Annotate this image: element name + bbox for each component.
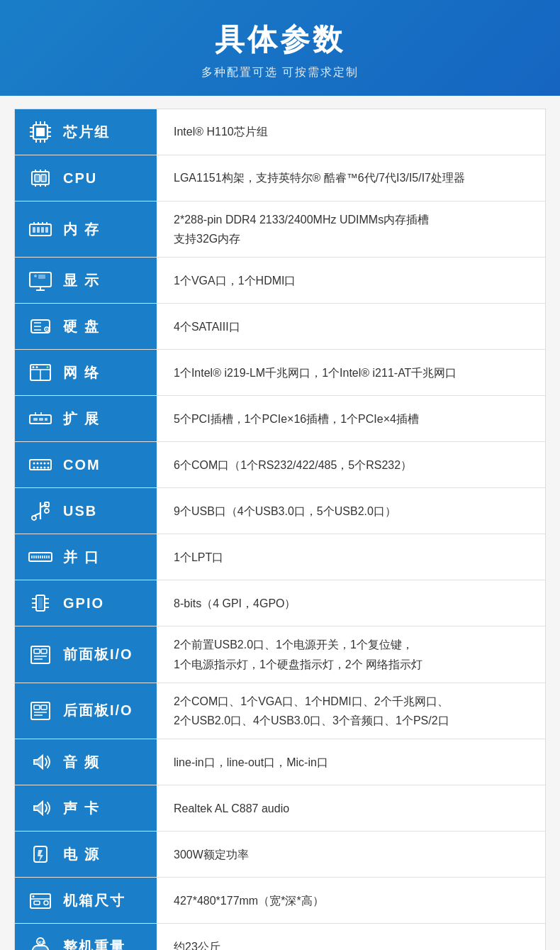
spec-value-text-usb: 9个USB口（4个USB3.0口，5个USB2.0口） <box>174 502 528 521</box>
spec-label-soundcard: 声 卡 <box>15 785 157 831</box>
panel-icon <box>25 639 56 670</box>
spec-label-display: 显 示 <box>15 258 157 303</box>
spec-row-network: 网 络1个Intel® i219-LM千兆网口，1个Intel® i211-AT… <box>15 350 545 396</box>
spec-value-expansion: 5个PCI插槽，1个PCIe×16插槽，1个PCIe×4插槽 <box>157 396 545 441</box>
svg-rect-36 <box>38 275 45 279</box>
spec-row-cpu: CPULGA1151构架，支持英特尔® 酷睿™6代/7代I3/I5/I7处理器 <box>15 155 545 201</box>
spec-name-cpu: CPU <box>63 170 97 187</box>
spec-value-text-audio: line-in口，line-out口，Mic-in口 <box>174 753 528 772</box>
spec-row-display: 显 示1个VGA口，1个HDMI口 <box>15 258 545 304</box>
spec-row-usb: USB9个USB口（4个USB3.0口，5个USB2.0口） <box>15 488 545 534</box>
svg-point-57 <box>37 463 39 465</box>
panel-icon <box>25 695 56 727</box>
spec-name-expansion: 扩 展 <box>63 409 100 429</box>
svg-rect-16 <box>41 175 46 182</box>
svg-rect-94 <box>41 649 47 653</box>
header: 具体参数 多种配置可选 可按需求定制 <box>0 0 560 96</box>
svg-rect-15 <box>35 175 40 182</box>
expand-icon <box>25 403 56 434</box>
svg-rect-25 <box>37 227 40 233</box>
spec-value-front-panel: 2个前置USB2.0口、1个电源开关，1个复位键，1个电源指示灯，1个硬盘指示灯… <box>157 626 545 682</box>
spec-value-rear-panel: 2个COM口、1个VGA口、1个HDMI口、2个千兆网口、2个USB2.0口、4… <box>157 683 545 739</box>
spec-label-chipset: 芯片组 <box>15 109 157 155</box>
svg-rect-83 <box>38 597 43 609</box>
hdd-icon <box>25 311 56 342</box>
svg-point-35 <box>34 275 37 277</box>
spec-value-audio: line-in口，line-out口，Mic-in口 <box>157 739 545 785</box>
spec-value-text-parallel: 1个LPT口 <box>174 548 528 567</box>
spec-label-hdd: 硬 盘 <box>15 304 157 349</box>
spec-row-hdd: 硬 盘4个SATAIII口 <box>15 304 545 350</box>
spec-row-expansion: 扩 展5个PCI插槽，1个PCIe×16插槽，1个PCIe×4插槽 <box>15 396 545 442</box>
svg-point-70 <box>32 516 36 520</box>
svg-point-48 <box>47 366 49 368</box>
case-icon <box>25 885 56 916</box>
spec-label-memory: 内 存 <box>15 201 157 257</box>
ram-icon <box>25 214 56 245</box>
spec-value-text-front-panel: 2个前置USB2.0口、1个电源开关，1个复位键，1个电源指示灯，1个硬盘指示灯… <box>174 635 528 673</box>
svg-rect-96 <box>34 705 40 709</box>
spec-value-text-memory: 2*288-pin DDR4 2133/2400MHz UDIMMs内存插槽支持… <box>174 210 528 248</box>
svg-point-60 <box>47 463 50 465</box>
spec-label-power: 电 源 <box>15 832 157 877</box>
spec-value-text-chassis: 427*480*177mm（宽*深*高） <box>174 891 528 910</box>
spec-label-rear-panel: 后面板I/O <box>15 683 157 739</box>
spec-value-text-weight: 约23公斤 <box>174 937 528 950</box>
power-icon <box>25 839 56 870</box>
svg-point-39 <box>46 328 47 330</box>
chip-icon <box>25 116 56 148</box>
spec-value-chassis: 427*480*177mm（宽*深*高） <box>157 878 545 923</box>
svg-point-58 <box>40 463 43 465</box>
spec-value-text-display: 1个VGA口，1个HDMI口 <box>174 271 528 290</box>
spec-name-hdd: 硬 盘 <box>63 317 100 336</box>
spec-value-chipset: Intel® H110芯片组 <box>157 109 545 155</box>
spec-value-text-chipset: Intel® H110芯片组 <box>174 122 528 141</box>
spec-label-audio: 音 频 <box>15 739 157 785</box>
spec-name-gpio: GPIO <box>63 595 104 612</box>
spec-value-parallel: 1个LPT口 <box>157 534 545 580</box>
spec-row-audio: 音 频line-in口，line-out口，Mic-in口 <box>15 739 545 785</box>
svg-point-64 <box>44 467 46 469</box>
spec-name-memory: 内 存 <box>63 220 100 239</box>
svg-point-63 <box>40 467 43 469</box>
spec-row-chassis: 机箱尺寸427*480*177mm（宽*深*高） <box>15 878 545 924</box>
port-icon <box>25 541 56 573</box>
spec-value-hdd: 4个SATAIII口 <box>157 304 545 349</box>
svg-point-71 <box>45 509 49 513</box>
spec-name-power: 电 源 <box>63 845 100 864</box>
svg-rect-91 <box>34 649 40 653</box>
svg-rect-26 <box>41 227 44 233</box>
svg-rect-90 <box>31 646 50 663</box>
spec-value-weight: 约23公斤 <box>157 924 545 950</box>
spec-label-weight: KG 整机重量 <box>15 924 157 950</box>
spec-value-usb: 9个USB口（4个USB3.0口，5个USB2.0口） <box>157 488 545 534</box>
spec-name-network: 网 络 <box>63 363 100 382</box>
network-icon <box>25 357 56 388</box>
svg-point-103 <box>33 895 35 897</box>
spec-value-text-hdd: 4个SATAIII口 <box>174 317 528 336</box>
spec-value-power: 300W额定功率 <box>157 832 545 877</box>
spec-label-gpio: GPIO <box>15 580 157 626</box>
gpio-icon <box>25 587 56 619</box>
svg-rect-50 <box>33 418 38 421</box>
spec-value-text-gpio: 8-bits（4 GPI，4GPO） <box>174 594 528 613</box>
weight-icon: KG <box>25 931 56 950</box>
spec-name-soundcard: 声 卡 <box>63 799 100 818</box>
spec-value-cpu: LGA1151构架，支持英特尔® 酷睿™6代/7代I3/I5/I7处理器 <box>157 155 545 201</box>
spec-name-usb: USB <box>63 503 97 519</box>
header-title: 具体参数 <box>14 20 546 60</box>
spec-row-front-panel: 前面板I/O2个前置USB2.0口、1个电源开关，1个复位键，1个电源指示灯，1… <box>15 626 545 683</box>
svg-text:KG: KG <box>38 940 46 945</box>
spec-value-memory: 2*288-pin DDR4 2133/2400MHz UDIMMs内存插槽支持… <box>157 201 545 257</box>
spec-label-network: 网 络 <box>15 350 157 395</box>
svg-point-62 <box>37 467 39 469</box>
spec-value-soundcard: Realtek AL C887 audio <box>157 785 545 831</box>
spec-value-text-power: 300W额定功率 <box>174 845 528 864</box>
spec-row-chipset: 芯片组Intel® H110芯片组 <box>15 109 545 155</box>
spec-name-front-panel: 前面板I/O <box>63 645 133 664</box>
spec-row-gpio: GPIO8-bits（4 GPI，4GPO） <box>15 580 545 626</box>
spec-label-front-panel: 前面板I/O <box>15 626 157 682</box>
svg-point-61 <box>33 467 35 469</box>
spec-label-parallel: 并 口 <box>15 534 157 580</box>
spec-value-text-rear-panel: 2个COM口、1个VGA口、1个HDMI口、2个千兆网口、2个USB2.0口、4… <box>174 692 528 730</box>
